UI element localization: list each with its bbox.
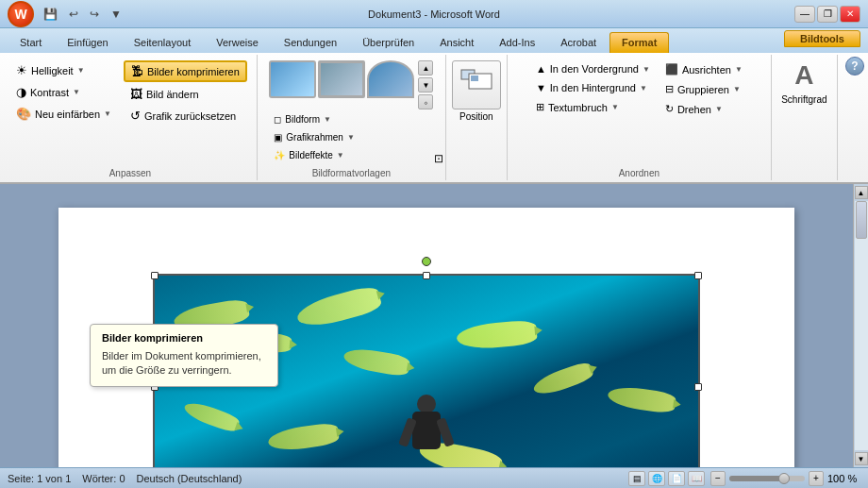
tab-sendungen[interactable]: Sendungen	[272, 32, 349, 53]
tab-acrobat[interactable]: Acrobat	[548, 32, 609, 53]
grafik-zuruecksetzen-icon: ↺	[130, 109, 141, 123]
grafikrahmen-button[interactable]: ▣ Grafikrahmen ▼	[269, 129, 359, 145]
hintergrund-arrow: ▼	[640, 84, 647, 93]
zoom-in-button[interactable]: +	[809, 471, 824, 486]
schriftgrad-content: A Schriftgrad	[781, 57, 826, 163]
vordergrund-label: In den Vordergrund	[550, 63, 639, 75]
zoom-slider[interactable]	[729, 476, 805, 481]
redo-quick-btn[interactable]: ↪	[86, 6, 103, 23]
handle-tl[interactable]	[151, 272, 159, 279]
drehen-button[interactable]: ↻ Drehen ▼	[659, 100, 749, 118]
bildeffekte-button[interactable]: ✨ Bildeffekte ▼	[269, 147, 348, 163]
customize-quick-btn[interactable]: ▼	[107, 6, 125, 23]
anordnen-label: Anordnen	[508, 168, 771, 178]
tab-einfuegen[interactable]: Einfügen	[55, 32, 120, 53]
gruppieren-arrow: ▼	[733, 85, 741, 93]
tab-format[interactable]: Format	[609, 32, 669, 53]
anpassen-left-col: ☀ Helligkeit ▼ ◑ Kontrast ▼ 🎨 Neu einfär…	[9, 60, 118, 124]
tab-verweise[interactable]: Verweise	[204, 32, 271, 53]
undo-quick-btn[interactable]: ↩	[65, 6, 82, 23]
view-normal-btn[interactable]: ▤	[628, 471, 645, 486]
scroll-up-button[interactable]: ▲	[855, 186, 868, 199]
grafik-zuruecksetzen-button[interactable]: ↺ Grafik zurücksetzen	[124, 106, 247, 126]
helligkeit-label: Helligkeit	[31, 65, 74, 76]
help-button[interactable]: ?	[845, 57, 864, 76]
vordergrund-arrow: ▼	[643, 65, 650, 74]
minimize-button[interactable]: —	[794, 6, 815, 23]
bildeffekte-label: Bildeffekte	[289, 150, 333, 160]
bildform-button[interactable]: ◻ Bildform ▼	[269, 111, 336, 127]
hintergrund-button[interactable]: ▼ In den Hintergrund ▼	[529, 79, 657, 96]
helligkeit-arrow: ▼	[77, 66, 85, 75]
grafikrahmen-arrow: ▼	[347, 133, 355, 142]
scroll-more-arrow[interactable]: ⬦	[418, 94, 433, 109]
ausrichten-label: Ausrichten	[682, 64, 731, 76]
bildformat-content: ▲ ▼ ⬦ ◻ Bildform ▼	[269, 57, 433, 163]
ausrichten-button[interactable]: ⬛ Ausrichten ▼	[659, 60, 749, 78]
tab-addins[interactable]: Add-Ins	[487, 32, 547, 53]
ribbon-group-position: Position	[446, 55, 508, 180]
gruppieren-icon: ⊟	[665, 83, 674, 95]
textumbruch-icon: ⊞	[536, 101, 544, 113]
textumbruch-button[interactable]: ⊞ Textumbruch ▼	[529, 98, 657, 116]
view-reading-btn[interactable]: 📖	[688, 471, 705, 486]
preset-scroll: ▲ ▼ ⬦	[418, 60, 433, 109]
bildform-label: Bildform	[285, 114, 320, 125]
zoom-track	[729, 476, 782, 481]
window-title: Dokument3 - Microsoft Word	[368, 8, 500, 20]
scroll-down-button[interactable]: ▼	[855, 452, 868, 465]
kontrast-label: Kontrast	[30, 87, 69, 98]
zoom-out-button[interactable]: −	[710, 471, 726, 486]
bildformat-expand-icon[interactable]: ⊡	[434, 152, 443, 165]
neu-einfaerben-icon: 🎨	[16, 107, 31, 121]
scrollbar-right[interactable]: ▲ ▼	[853, 184, 868, 467]
kontrast-button[interactable]: ◑ Kontrast ▼	[9, 82, 118, 102]
gruppieren-button[interactable]: ⊟ Gruppieren ▼	[659, 80, 749, 98]
ausrichten-arrow: ▼	[735, 65, 743, 74]
handle-mr[interactable]	[694, 383, 702, 391]
preset-thumb-1[interactable]	[269, 60, 316, 98]
bildeffekte-icon: ✨	[274, 150, 285, 160]
tab-seitenlayout[interactable]: Seitenlayout	[122, 32, 204, 53]
textumbruch-label: Textumbruch	[548, 102, 608, 113]
zoom-level: 100 %	[827, 473, 860, 484]
ribbon-group-bildformatvorlagen: ▲ ▼ ⬦ ◻ Bildform ▼	[258, 55, 446, 180]
preset-thumb-3[interactable]	[367, 60, 414, 98]
tab-start[interactable]: Start	[8, 32, 54, 53]
view-web-btn[interactable]: 🌐	[648, 471, 665, 486]
drehen-label: Drehen	[677, 104, 711, 115]
tab-ueberpruefen[interactable]: Überprüfen	[350, 32, 426, 53]
neu-einfaerben-arrow: ▼	[104, 109, 111, 118]
handle-tr[interactable]	[694, 272, 702, 279]
helligkeit-button[interactable]: ☀ Helligkeit ▼	[9, 60, 118, 80]
scroll-thumb[interactable]	[856, 201, 867, 239]
handle-tc[interactable]	[423, 272, 430, 279]
position-label: Position	[459, 111, 493, 122]
scroll-down-arrow[interactable]: ▼	[418, 77, 433, 93]
zoom-controls: − + 100 %	[710, 471, 860, 486]
preset-thumb-2[interactable]	[318, 60, 365, 98]
office-button[interactable]: W	[8, 1, 34, 27]
words-info: Wörter: 0	[82, 473, 125, 484]
tab-ansicht[interactable]: Ansicht	[427, 32, 486, 53]
save-quick-btn[interactable]: 💾	[40, 6, 61, 23]
bildformatvorlagen-label: Bildformatvorlagen	[258, 168, 445, 178]
position-button[interactable]	[452, 60, 501, 109]
neu-einfaerben-button[interactable]: 🎨 Neu einfärben ▼	[9, 104, 118, 124]
rotate-handle[interactable]	[422, 257, 431, 266]
title-bar-left: W 💾 ↩ ↪ ▼	[8, 1, 125, 27]
bildform-icon: ◻	[274, 114, 281, 125]
zoom-thumb[interactable]	[778, 473, 790, 484]
close-button[interactable]: ✕	[840, 6, 860, 23]
tooltip-title: Bilder komprimieren	[102, 332, 266, 344]
restore-button[interactable]: ❐	[817, 6, 838, 23]
bild-aendern-button[interactable]: 🖼 Bild ändern	[124, 84, 247, 104]
bild-aendern-label: Bild ändern	[146, 89, 199, 100]
vordergrund-button[interactable]: ▲ In den Vordergrund ▼	[529, 60, 657, 77]
bilder-komprimieren-icon: 🗜	[131, 64, 143, 78]
view-print-btn[interactable]: 📄	[668, 471, 685, 486]
scroll-up-arrow[interactable]: ▲	[418, 60, 433, 76]
anordnen-col-1: ▲ In den Vordergrund ▼ ▼ In den Hintergr…	[529, 60, 657, 118]
bilder-komprimieren-button[interactable]: 🗜 Bilder komprimieren	[124, 60, 247, 82]
quick-access-toolbar: 💾 ↩ ↪ ▼	[40, 6, 125, 23]
